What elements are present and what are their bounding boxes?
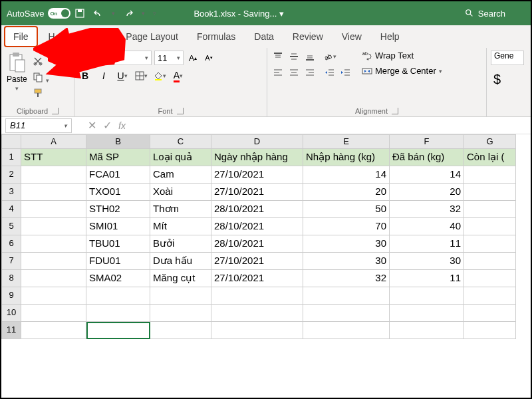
- enter-icon[interactable]: ✓: [103, 119, 112, 132]
- row-header[interactable]: 4: [1, 201, 21, 218]
- cell[interactable]: [21, 253, 86, 270]
- redo-icon[interactable]: [123, 8, 134, 19]
- cell[interactable]: TXO01: [86, 184, 150, 201]
- tab-review[interactable]: Review: [285, 27, 331, 46]
- cell[interactable]: Còn lại (: [464, 149, 516, 166]
- cell[interactable]: 30: [390, 253, 464, 270]
- col-header[interactable]: E: [303, 134, 390, 149]
- cell[interactable]: [86, 322, 150, 339]
- tab-view[interactable]: View: [334, 27, 370, 46]
- row-header[interactable]: 3: [1, 184, 21, 201]
- cell[interactable]: [464, 305, 516, 322]
- row-header[interactable]: 2: [1, 166, 21, 184]
- cell[interactable]: 50: [303, 201, 390, 218]
- redo-dropdown-icon[interactable]: ▾: [142, 10, 145, 17]
- cell[interactable]: [21, 305, 86, 322]
- qat-customize-icon[interactable]: ▿: [153, 10, 156, 17]
- cell[interactable]: Mã SP: [86, 149, 150, 166]
- align-center-icon[interactable]: [287, 66, 301, 78]
- cell[interactable]: 20: [390, 184, 464, 201]
- cell[interactable]: FCA01: [86, 166, 150, 184]
- paste-button[interactable]: Paste ▾: [5, 51, 29, 106]
- decrease-indent-icon[interactable]: [323, 66, 336, 78]
- tab-file[interactable]: File: [4, 26, 38, 47]
- number-format-select[interactable]: Gene: [491, 51, 524, 65]
- tab-data[interactable]: Data: [246, 27, 282, 46]
- row-header[interactable]: 11: [1, 322, 21, 339]
- cell[interactable]: 40: [390, 218, 464, 235]
- font-size-select[interactable]: 11▾: [154, 51, 184, 65]
- row-header[interactable]: 8: [1, 270, 21, 287]
- row-header[interactable]: 9: [1, 287, 21, 305]
- cell[interactable]: STH02: [86, 201, 150, 218]
- col-header[interactable]: B: [86, 134, 150, 149]
- spreadsheet-grid[interactable]: A B C D E F G 1STTMã SPLoại quảNgày nhập…: [1, 134, 531, 339]
- cell[interactable]: [21, 322, 86, 339]
- col-header[interactable]: D: [211, 134, 303, 149]
- cell[interactable]: [303, 305, 390, 322]
- search-box[interactable]: Search: [465, 9, 505, 19]
- cancel-icon[interactable]: ✕: [88, 119, 96, 132]
- cell[interactable]: TBU01: [86, 235, 150, 253]
- align-top-icon[interactable]: [271, 51, 285, 63]
- cell[interactable]: [464, 201, 516, 218]
- currency-button[interactable]: $: [491, 69, 523, 90]
- orientation-icon[interactable]: ab▾: [323, 51, 336, 63]
- cell[interactable]: 28/10/2021: [211, 218, 303, 235]
- cell[interactable]: 20: [303, 184, 390, 201]
- cell[interactable]: Loại quả: [150, 149, 211, 166]
- merge-center-button[interactable]: Merge & Center ▾: [362, 66, 442, 76]
- cell[interactable]: [390, 287, 464, 305]
- decrease-font-icon[interactable]: A▾: [202, 51, 215, 65]
- cell[interactable]: [390, 322, 464, 339]
- cell[interactable]: 28/10/2021: [211, 235, 303, 253]
- name-box[interactable]: B11▾: [5, 118, 72, 133]
- cell[interactable]: Xoài: [150, 184, 211, 201]
- dialog-launcher-icon[interactable]: [177, 108, 184, 114]
- fill-color-icon[interactable]: ▾: [153, 69, 166, 82]
- cell[interactable]: [150, 305, 211, 322]
- cell[interactable]: Nhập hàng (kg): [303, 149, 390, 166]
- cell[interactable]: [150, 287, 211, 305]
- cell[interactable]: 32: [390, 201, 464, 218]
- row-header[interactable]: 10: [1, 305, 21, 322]
- cell[interactable]: 30: [303, 235, 390, 253]
- cell[interactable]: FDU01: [86, 253, 150, 270]
- wrap-text-button[interactable]: ab Wrap Text: [362, 51, 442, 61]
- increase-font-icon[interactable]: A▴: [186, 51, 200, 65]
- increase-indent-icon[interactable]: [339, 66, 352, 78]
- cell[interactable]: 32: [303, 270, 390, 287]
- font-color-icon[interactable]: A ▾: [172, 69, 185, 82]
- cell[interactable]: [211, 305, 303, 322]
- cell[interactable]: 14: [303, 166, 390, 184]
- cell[interactable]: [464, 322, 516, 339]
- cell[interactable]: 14: [390, 166, 464, 184]
- dialog-launcher-icon[interactable]: [52, 108, 59, 114]
- cell[interactable]: [21, 184, 86, 201]
- align-left-icon[interactable]: [271, 66, 285, 78]
- cell[interactable]: [21, 201, 86, 218]
- cell[interactable]: [21, 270, 86, 287]
- borders-icon[interactable]: ▾: [134, 69, 148, 82]
- cell[interactable]: 11: [390, 235, 464, 253]
- tab-page-layout[interactable]: Page Layout: [118, 27, 186, 46]
- align-right-icon[interactable]: [303, 66, 317, 78]
- cell[interactable]: SMA02: [86, 270, 150, 287]
- align-middle-icon[interactable]: [287, 51, 301, 63]
- cell[interactable]: [211, 287, 303, 305]
- cell[interactable]: [21, 235, 86, 253]
- cell[interactable]: [86, 287, 150, 305]
- col-header[interactable]: A: [21, 134, 86, 149]
- save-icon[interactable]: [74, 8, 85, 19]
- cell[interactable]: [21, 166, 86, 184]
- row-header[interactable]: 1: [1, 149, 21, 166]
- cell[interactable]: [464, 184, 516, 201]
- tab-formulas[interactable]: Formulas: [189, 27, 243, 46]
- autosave-toggle[interactable]: On: [48, 8, 70, 19]
- cell[interactable]: [464, 270, 516, 287]
- row-header[interactable]: 7: [1, 253, 21, 270]
- cell[interactable]: [464, 287, 516, 305]
- cell[interactable]: 27/10/2021: [211, 184, 303, 201]
- cell[interactable]: Mít: [150, 218, 211, 235]
- cell[interactable]: [211, 322, 303, 339]
